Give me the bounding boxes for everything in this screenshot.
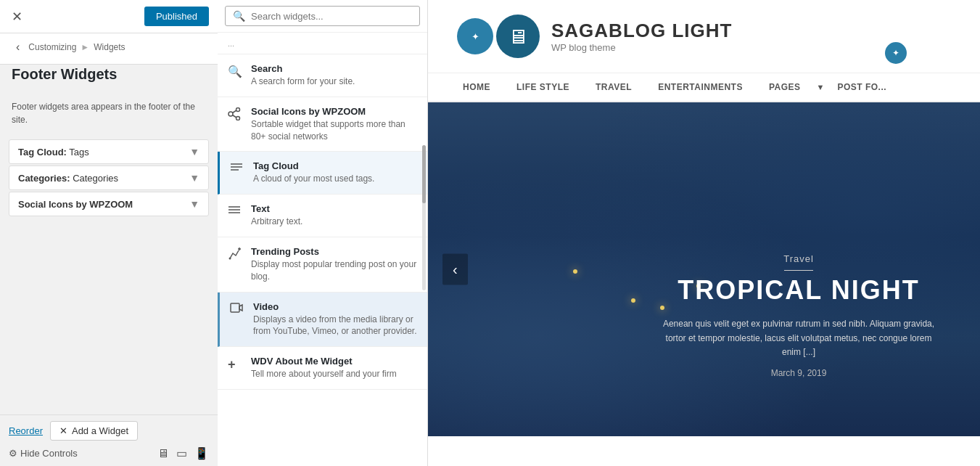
nav-post-format[interactable]: POST FO...	[824, 73, 899, 101]
widget-option-search[interactable]: 🔍 Search A search form for your site.	[218, 54, 427, 97]
widget-option-title: Tag Cloud	[253, 160, 417, 171]
widget-option-tag-cloud[interactable]: Tag Cloud A cloud of your most used tags…	[218, 152, 427, 195]
svg-line-3	[233, 110, 237, 113]
blog-logo-area: ✦ 🖥 SAGABLOG LIGHT WP blog theme	[457, 15, 732, 58]
widget-list: Tag Cloud: Tags ▼ Categories: Categories…	[0, 134, 218, 222]
widget-option-desc: A search form for your site.	[251, 75, 417, 88]
panel-footer: Reorder ✕ Add a Widget ⚙ Hide Controls 🖥…	[0, 414, 218, 466]
add-widget-button[interactable]: ✕ Add a Widget	[50, 421, 138, 441]
close-button[interactable]: ✕	[9, 6, 25, 28]
widget-option-text: WDV About Me Widget Tell more about your…	[251, 356, 417, 380]
hide-controls-button[interactable]: ⚙ Hide Controls	[9, 448, 78, 459]
light-point	[573, 269, 577, 274]
widget-option-video[interactable]: Video Displays a video from the media li…	[218, 293, 427, 348]
blog-hero: ‹ Travel TROPICAL NIGHT Aenean quis veli…	[428, 102, 980, 436]
nav-pages-group: PAGES ▼	[756, 73, 825, 101]
nav-settings-icon: ✦	[885, 42, 907, 64]
published-button[interactable]: Published	[144, 7, 209, 26]
widget-option-text: Video Displays a video from the media li…	[253, 301, 417, 338]
blog-title: SAGABLOG LIGHT	[551, 20, 732, 42]
widget-option-social-icons[interactable]: Social Icons by WPZOOM Sortable widget t…	[218, 97, 427, 152]
widget-option-title: Text	[251, 203, 417, 214]
search-widget-icon: 🔍	[228, 65, 242, 78]
blog-nav: ✦ HOME LIFE STYLE TRAVEL ENTERTAINMENTS …	[428, 73, 980, 102]
widget-item-tag-cloud[interactable]: Tag Cloud: Tags ▼	[9, 139, 209, 164]
nav-lifestyle[interactable]: LIFE STYLE	[503, 73, 582, 101]
footer-controls: ⚙ Hide Controls 🖥 ▭ 📱	[9, 446, 209, 460]
widget-item-label: Social Icons by WPZOOM	[18, 199, 133, 210]
svg-rect-14	[231, 303, 239, 312]
hero-date: March 9, 2019	[661, 368, 936, 378]
reorder-button[interactable]: Reorder	[9, 425, 43, 436]
search-input[interactable]	[251, 11, 412, 22]
widget-item-label: Tag Cloud: Tags	[18, 147, 89, 158]
nav-pages[interactable]: PAGES	[756, 73, 814, 101]
mobile-icon-button[interactable]: 📱	[194, 446, 209, 460]
top-bar: ✕ Published	[0, 0, 218, 33]
scrollbar-thumb[interactable]	[422, 145, 426, 203]
nav-home[interactable]: HOME	[450, 73, 503, 101]
back-button[interactable]: ‹	[12, 39, 24, 55]
preview-frame: ✦ 🖥 SAGABLOG LIGHT WP blog theme ✦ HOME …	[428, 0, 980, 466]
tablet-icon-button[interactable]: ▭	[176, 446, 187, 460]
search-input-wrap: 🔍	[225, 6, 420, 26]
widget-option-title: Trending Posts	[251, 246, 417, 257]
widget-option-text: Trending Posts Display most popular tren…	[251, 246, 417, 283]
svg-point-2	[236, 116, 240, 120]
svg-point-0	[228, 112, 233, 116]
dropdown-arrow-icon: ▼	[189, 198, 199, 210]
widget-item-social-icons[interactable]: Social Icons by WPZOOM ▼	[9, 192, 209, 216]
widget-option-text: Social Icons by WPZOOM Sortable widget t…	[251, 106, 417, 143]
trending-posts-widget-icon	[228, 248, 242, 263]
widget-option-desc: Display most popular trending post on yo…	[251, 258, 417, 283]
blog-subtitle: WP blog theme	[551, 42, 732, 53]
nav-entertainments[interactable]: ENTERTAINMENTS	[645, 73, 756, 101]
widget-option-title: Search	[251, 63, 417, 74]
svg-point-1	[236, 107, 240, 111]
widget-item-label: Categories: Categories	[18, 173, 118, 184]
page-title: Footer Widgets	[12, 66, 206, 89]
widget-option-trending-posts[interactable]: Trending Posts Display most popular tren…	[218, 237, 427, 293]
light-point	[631, 298, 635, 303]
dropdown-arrow-icon: ▼	[189, 172, 199, 184]
nav-travel[interactable]: TRAVEL	[582, 73, 645, 101]
widget-search-panel: 🔍 ... 🔍 Search A search form for your si…	[218, 0, 428, 466]
monitor-icon: 🖥	[508, 25, 528, 49]
tag-cloud-widget-icon	[230, 162, 244, 176]
left-panel: ✕ Published ‹ Customizing ► Widgets Foot…	[0, 0, 218, 466]
widget-option-desc: Displays a video from the media library …	[253, 314, 417, 338]
desktop-icon-button[interactable]: 🖥	[157, 446, 169, 460]
blog-logo-icon-small: ✦	[457, 18, 493, 54]
dropdown-arrow-icon: ▼	[189, 146, 199, 158]
widget-item-categories[interactable]: Categories: Categories ▼	[9, 165, 209, 190]
breadcrumb-parent: Customizing	[28, 42, 76, 52]
hero-title: TROPICAL NIGHT	[661, 275, 936, 306]
scrollbar-track	[422, 145, 426, 290]
widget-option-desc: Tell more about yourself and your firm	[251, 368, 417, 380]
search-icon: 🔍	[233, 10, 245, 22]
wdv-widget-icon: +	[228, 357, 242, 372]
widget-option-text-content: Text Arbitrary text.	[251, 203, 417, 228]
breadcrumb-area: ‹ Customizing ► Widgets	[0, 33, 218, 65]
widget-option-desc: Arbitrary text.	[251, 216, 417, 228]
panel-description: Footer widgets area appears in the foote…	[0, 93, 218, 134]
widget-options-list: 🔍 Search A search form for your site. So…	[218, 54, 427, 466]
hide-controls-label: Hide Controls	[20, 448, 78, 459]
widget-option-desc: A cloud of your most used tags.	[253, 173, 417, 185]
preview-area: ✦ 🖥 SAGABLOG LIGHT WP blog theme ✦ HOME …	[428, 0, 980, 466]
hero-prev-button[interactable]: ‹	[442, 254, 468, 285]
nav-pages-dropdown-icon: ▼	[817, 83, 825, 91]
widget-option-wdv[interactable]: + WDV About Me Widget Tell more about yo…	[218, 347, 427, 390]
widget-option-text[interactable]: Text Arbitrary text.	[218, 195, 427, 237]
hero-content: Travel TROPICAL NIGHT Aenean quis velit …	[661, 253, 936, 378]
search-box-area: 🔍	[218, 0, 427, 33]
widget-option-desc: Sortable widget that supports more than …	[251, 118, 417, 143]
hero-category: Travel	[661, 253, 936, 264]
text-widget-icon	[228, 205, 242, 219]
breadcrumb-separator: ►	[81, 42, 89, 52]
add-widget-x-icon: ✕	[59, 425, 67, 436]
add-widget-label: Add a Widget	[72, 425, 128, 436]
svg-point-11	[229, 257, 231, 259]
footer-actions: Reorder ✕ Add a Widget	[9, 421, 209, 441]
blog-title-area: SAGABLOG LIGHT WP blog theme	[551, 20, 732, 53]
